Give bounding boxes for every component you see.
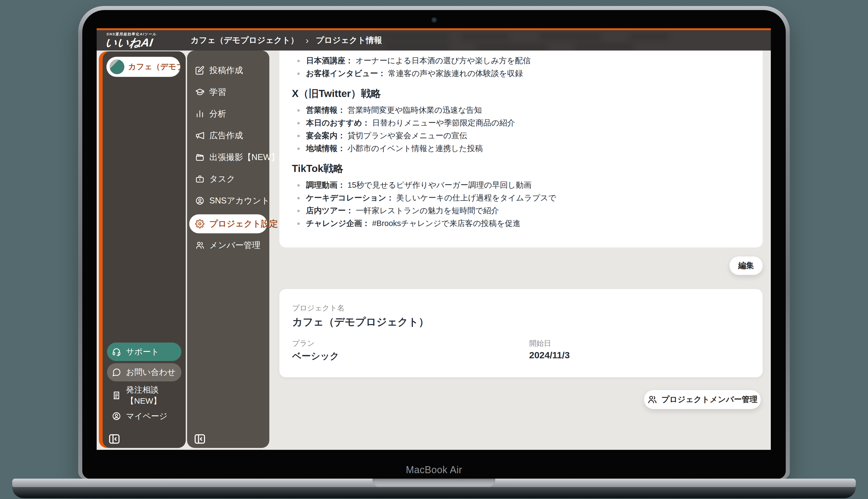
bullet-dot (297, 147, 300, 150)
sidebar-item-contact[interactable]: お問い合わせ (107, 363, 181, 381)
menu-item-member-management[interactable]: メンバー管理 (189, 237, 267, 253)
logo-tagline: SNS運用超効率化AIツール (106, 32, 157, 37)
menu-item-label: プロジェクト設定 (209, 218, 278, 230)
headset-icon (112, 347, 121, 356)
users-icon (195, 241, 204, 250)
logo-text: いいねAI (104, 37, 157, 49)
panel-collapse-icon (194, 433, 206, 445)
bullet-dot (297, 60, 300, 62)
primary-sidebar: カフェ（デモプ… サポート お問い合わせ (99, 51, 186, 448)
bullet-label: 調理動画： (306, 181, 345, 189)
blurred-content (574, 43, 634, 50)
gear-icon (195, 219, 204, 229)
project-member-management-button[interactable]: プロジェクトメンバー管理 (644, 390, 761, 409)
bullet-label: お客様インタビュー： (306, 69, 386, 78)
strategy-card: 日本酒講座： オーナーによる日本酒の選び方や楽しみ方を配信 お客様インタビュー：… (280, 50, 762, 247)
menu-item-tasks[interactable]: タスク (189, 171, 267, 187)
bullet-text: 15秒で見せるピザ作りやバーガー調理の早回し動画 (348, 181, 532, 189)
menu-item-label: 投稿作成 (209, 65, 243, 76)
megaphone-icon (195, 131, 204, 140)
app-logo[interactable]: SNS運用超効率化AIツール いいねAI (104, 32, 157, 49)
project-name-value: カフェ（デモプロジェクト） (292, 315, 429, 329)
blurred-content (539, 32, 602, 40)
sidebar-item-label: 発注相談【NEW】 (126, 385, 176, 407)
menu-item-analysis[interactable]: 分析 (189, 106, 267, 122)
menu-item-learning[interactable]: 学習 (189, 84, 267, 100)
breadcrumb-page: プロジェクト情報 (316, 35, 382, 46)
menu-item-label: 学習 (209, 86, 226, 98)
sidebar-item-mypage[interactable]: マイページ (107, 408, 181, 424)
menu-item-label: 分析 (209, 108, 226, 120)
project-menu-panel: 投稿作成 学習 分析 広告作成 (187, 50, 269, 448)
project-name-label: プロジェクト名 (292, 303, 345, 313)
user-circle-icon (112, 412, 121, 421)
sidebar-collapse-button[interactable] (107, 431, 122, 446)
macbook-base (12, 487, 856, 498)
macbook-lid: SNS運用超効率化AIツール いいねAI カフェ（デモプロジェクト） › プロジ… (78, 6, 790, 479)
receipt-icon (112, 391, 121, 400)
menu-item-ad-create[interactable]: 広告作成 (189, 127, 267, 144)
menu-item-post-create[interactable]: 投稿作成 (189, 62, 267, 78)
blurred-content (376, 32, 450, 40)
menu-item-label: 広告作成 (209, 130, 243, 141)
top-navbar: SNS運用超効率化AIツール いいねAI カフェ（デモプロジェクト） › プロジ… (97, 30, 771, 50)
project-selector[interactable]: カフェ（デモプ… (107, 57, 180, 77)
device-label: MacBook Air (82, 464, 786, 476)
project-selector-label: カフェ（デモプ… (128, 61, 180, 72)
breadcrumb-project[interactable]: カフェ（デモプロジェクト） (190, 35, 299, 46)
bullet-text: 貸切プランや宴会メニューの宣伝 (348, 131, 467, 140)
clapperboard-icon (195, 153, 204, 162)
breadcrumb: カフェ（デモプロジェクト） › プロジェクト情報 (190, 30, 382, 50)
blurred-content (384, 43, 450, 50)
bullet-label: 営業情報： (306, 106, 345, 114)
blurred-content (477, 44, 547, 50)
primary-sidebar-panel: カフェ（デモプ… サポート お問い合わせ (103, 51, 186, 448)
sidebar-item-order-consult[interactable]: 発注相談【NEW】 (107, 387, 181, 404)
menu-item-project-settings[interactable]: プロジェクト設定 (189, 214, 267, 233)
strategy-bullet: お客様インタビュー： 常連客の声や家族連れの体験談を収録 (292, 67, 750, 80)
bullet-label: 日本酒講座： (306, 56, 353, 65)
strategy-bullet: 営業情報： 営業時間変更や臨時休業の迅速な告知 (292, 104, 750, 117)
users-icon (647, 395, 657, 404)
bullet-dot (297, 210, 300, 212)
menu-item-label: 出張撮影【NEW】 (209, 151, 280, 163)
menu-item-label: タスク (209, 173, 235, 185)
sidebar-item-label: マイページ (126, 411, 168, 422)
start-date-value: 2024/11/3 (529, 350, 570, 361)
bullet-text: オーナーによる日本酒の選び方や楽しみ方を配信 (356, 56, 531, 65)
strategy-bullet: 本日のおすすめ： 日替わりメニューや季節限定商品の紹介 (292, 117, 750, 129)
user-circle-icon (195, 196, 204, 205)
bullet-label: 本日のおすすめ： (306, 119, 370, 127)
bullet-label: チャレンジ企画： (306, 219, 370, 228)
camera-dot (431, 17, 437, 23)
start-date-label: 開始日 (529, 339, 551, 348)
strategy-bullet: チャレンジ企画： #Brooksチャレンジで来店客の投稿を促進 (292, 217, 750, 230)
bullet-dot (297, 197, 300, 199)
section-heading: TikTok戦略 (292, 161, 750, 176)
edit-button[interactable]: 編集 (730, 256, 762, 275)
chat-bubble-icon (112, 368, 121, 377)
strategy-bullet: 店内ツアー： 一軒家レストランの魅力を短時間で紹介 (292, 204, 750, 217)
menu-collapse-button[interactable] (193, 431, 207, 446)
sidebar-item-support[interactable]: サポート (107, 342, 181, 361)
bullet-dot (297, 122, 300, 124)
section-heading: X（旧Twitter）戦略 (292, 86, 750, 101)
graduation-cap-icon (195, 87, 204, 97)
bullet-dot (297, 73, 300, 75)
macbook-bezel: SNS運用超効率化AIツール いいねAI カフェ（デモプロジェクト） › プロジ… (82, 10, 786, 479)
bullet-dot (297, 135, 300, 137)
compose-icon (195, 66, 204, 75)
bullet-dot (297, 184, 300, 187)
bullet-text: #Brooksチャレンジで来店客の投稿を促進 (372, 219, 520, 228)
button-label: プロジェクトメンバー管理 (661, 394, 757, 405)
bullet-dot (297, 222, 300, 225)
strategy-bullet: 宴会案内： 貸切プランや宴会メニューの宣伝 (292, 129, 750, 142)
bullet-text: 日替わりメニューや季節限定商品の紹介 (372, 119, 515, 127)
blurred-content (629, 33, 670, 40)
app-screen: SNS運用超効率化AIツール いいねAI カフェ（デモプロジェクト） › プロジ… (97, 28, 771, 450)
bullet-text: 営業時間変更や臨時休業の迅速な告知 (348, 106, 482, 114)
bullet-text: 一軒家レストランの魅力を短時間で紹介 (356, 206, 499, 215)
menu-item-photoshoot[interactable]: 出張撮影【NEW】 (189, 149, 267, 166)
menu-item-sns-accounts[interactable]: SNSアカウント (189, 193, 267, 209)
bullet-label: 店内ツアー： (306, 206, 354, 215)
